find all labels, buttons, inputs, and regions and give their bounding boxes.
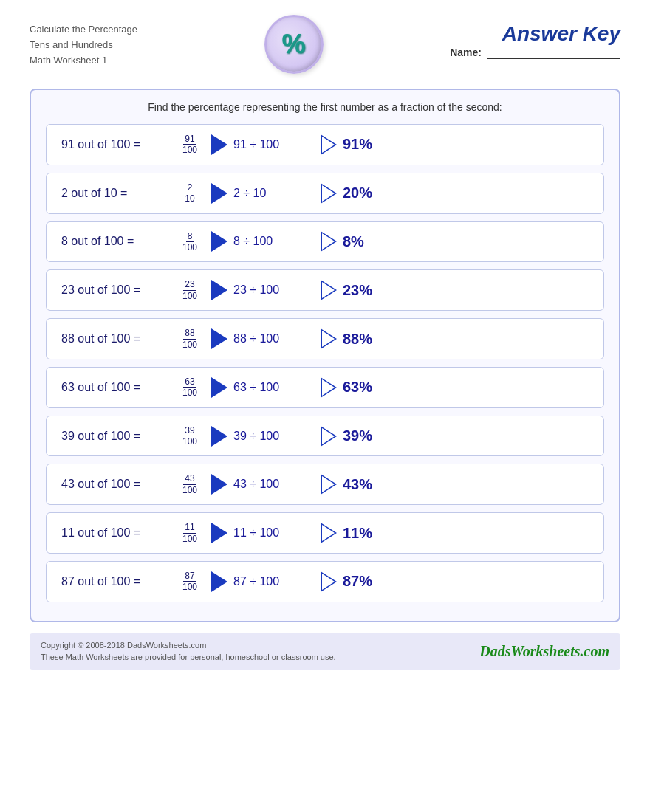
- arrow-outline-icon: [321, 523, 337, 543]
- arrow-filled-icon: [211, 280, 228, 300]
- fraction-numerator: 39: [183, 425, 196, 436]
- problem-text: 91 out of 100 =: [61, 138, 176, 151]
- arrow-filled-icon: [211, 231, 228, 252]
- arrow-outline-icon: [321, 377, 337, 398]
- name-label: Name:: [450, 47, 482, 58]
- fraction: 88 100: [176, 328, 204, 350]
- problem-row: 63 out of 100 = 63 100 63 ÷ 100 63%: [46, 367, 604, 408]
- fraction-numerator: 91: [183, 134, 196, 145]
- percent-result: 23%: [343, 282, 394, 299]
- problem-row: 43 out of 100 = 43 100 43 ÷ 100 43%: [46, 464, 604, 505]
- problem-row: 39 out of 100 = 39 100 39 ÷ 100 39%: [46, 416, 604, 457]
- arrow-filled-icon: [211, 328, 228, 349]
- fraction-numerator: 88: [183, 328, 196, 339]
- fraction-numerator: 63: [183, 376, 196, 388]
- fraction: 39 100: [176, 425, 204, 447]
- fraction-denominator: 100: [182, 534, 197, 544]
- division-text: 43 ÷ 100: [233, 478, 315, 491]
- fraction: 8 100: [176, 231, 204, 253]
- fraction-denominator: 100: [182, 145, 197, 155]
- brand-dotcom: .com: [581, 643, 609, 659]
- division-text: 88 ÷ 100: [233, 332, 315, 345]
- arrow-outline-icon: [321, 426, 337, 447]
- problem-text: 63 out of 100 =: [61, 381, 176, 394]
- problems-container: 91 out of 100 = 91 100 91 ÷ 100 91% 2 ou…: [46, 124, 604, 602]
- instructions: Find the percentage representing the fir…: [46, 101, 604, 113]
- percent-result: 39%: [343, 427, 394, 444]
- percent-result: 88%: [343, 331, 394, 348]
- division-text: 63 ÷ 100: [233, 381, 315, 394]
- problem-text: 88 out of 100 =: [61, 332, 176, 345]
- header-right: Answer Key Name:: [450, 22, 620, 59]
- footer: Copyright © 2008-2018 DadsWorksheets.com…: [30, 633, 620, 670]
- problem-row: 88 out of 100 = 88 100 88 ÷ 100 88%: [46, 318, 604, 359]
- division-text: 11 ÷ 100: [233, 526, 315, 540]
- title-line3: Math Worksheet 1: [30, 53, 137, 69]
- arrow-filled-icon: [211, 474, 228, 495]
- brand-worksheets: Worksheets: [510, 643, 580, 659]
- header-left: Calculate the Percentage Tens and Hundre…: [30, 22, 137, 68]
- footer-left: Copyright © 2008-2018 DadsWorksheets.com…: [41, 639, 336, 664]
- arrow-outline-icon: [321, 328, 337, 349]
- percent-icon: %: [264, 15, 324, 74]
- arrow-outline-icon: [321, 231, 337, 252]
- name-line: Name:: [450, 46, 620, 59]
- problem-text: 23 out of 100 =: [61, 283, 176, 297]
- division-text: 23 ÷ 100: [233, 283, 315, 297]
- fraction: 87 100: [176, 571, 204, 593]
- fraction-denominator: 100: [182, 388, 197, 398]
- fraction-denominator: 100: [182, 291, 197, 301]
- title-line1: Calculate the Percentage: [30, 22, 137, 38]
- footer-brand: DadsWorksheets.com: [479, 643, 609, 660]
- percent-result: 91%: [343, 136, 394, 153]
- arrow-filled-icon: [211, 377, 228, 398]
- problem-row: 91 out of 100 = 91 100 91 ÷ 100 91%: [46, 124, 604, 165]
- fraction-denominator: 100: [182, 485, 197, 495]
- fraction-denominator: 10: [185, 193, 194, 204]
- fraction-denominator: 100: [182, 242, 197, 252]
- percent-result: 63%: [343, 379, 394, 396]
- problem-text: 11 out of 100 =: [61, 526, 176, 540]
- percent-result: 8%: [343, 233, 394, 250]
- arrow-outline-icon: [321, 571, 337, 592]
- answer-key-label: Answer Key: [502, 22, 620, 46]
- copyright: Copyright © 2008-2018 DadsWorksheets.com: [41, 639, 336, 652]
- division-text: 87 ÷ 100: [233, 575, 315, 588]
- problem-row: 2 out of 10 = 2 10 2 ÷ 10 20%: [46, 173, 604, 214]
- name-underline[interactable]: [488, 46, 620, 59]
- division-text: 2 ÷ 10: [233, 187, 315, 200]
- title-line2: Tens and Hundreds: [30, 38, 137, 53]
- problem-row: 87 out of 100 = 87 100 87 ÷ 100 87%: [46, 561, 604, 602]
- arrow-filled-icon: [211, 571, 228, 592]
- header: Calculate the Percentage Tens and Hundre…: [30, 22, 620, 74]
- percent-result: 11%: [343, 525, 394, 542]
- fraction: 43 100: [176, 473, 204, 495]
- main-box: Find the percentage representing the fir…: [30, 89, 620, 622]
- problem-row: 11 out of 100 = 11 100 11 ÷ 100 11%: [46, 512, 604, 554]
- page: Calculate the Percentage Tens and Hundre…: [0, 0, 650, 812]
- arrow-filled-icon: [211, 134, 228, 155]
- fraction-numerator: 11: [183, 522, 196, 533]
- problem-text: 87 out of 100 =: [61, 575, 176, 588]
- arrow-filled-icon: [211, 426, 228, 447]
- fraction-denominator: 100: [182, 340, 197, 350]
- fraction-numerator: 87: [183, 571, 196, 582]
- arrow-outline-icon: [321, 280, 337, 300]
- problem-text: 2 out of 10 =: [61, 187, 176, 200]
- problem-row: 8 out of 100 = 8 100 8 ÷ 100 8%: [46, 221, 604, 263]
- division-text: 39 ÷ 100: [233, 430, 315, 443]
- fraction: 63 100: [176, 376, 204, 399]
- division-text: 91 ÷ 100: [233, 138, 315, 151]
- fraction-numerator: 2: [186, 182, 194, 193]
- header-center: %: [264, 15, 324, 74]
- footer-note: These Math Worksheets are provided for p…: [41, 651, 336, 664]
- fraction-denominator: 100: [182, 436, 197, 447]
- fraction: 2 10: [176, 182, 204, 204]
- brand-dads: Dads: [479, 643, 510, 659]
- fraction: 91 100: [176, 134, 204, 156]
- fraction-numerator: 8: [186, 231, 194, 242]
- problem-row: 23 out of 100 = 23 100 23 ÷ 100 23%: [46, 269, 604, 311]
- problem-text: 39 out of 100 =: [61, 430, 176, 443]
- fraction: 23 100: [176, 279, 204, 301]
- arrow-outline-icon: [321, 183, 337, 204]
